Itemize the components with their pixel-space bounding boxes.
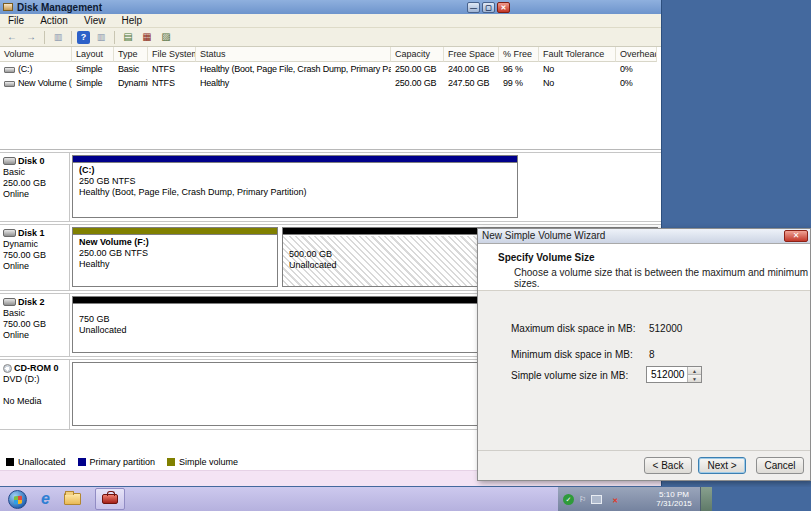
partition-color-bar	[73, 228, 277, 235]
back-icon[interactable]: ←	[4, 30, 20, 45]
disk-icon	[3, 229, 16, 237]
toolbar-separator	[114, 31, 115, 44]
disk-kind: Basic	[3, 308, 66, 319]
partition-size-fs: 250.00 GB NTFS	[79, 248, 271, 259]
disk-state: Online	[3, 261, 66, 272]
disk-state: No Media	[3, 396, 66, 407]
minimize-icon[interactable]: —	[467, 2, 480, 13]
network-icon[interactable]	[591, 495, 602, 504]
table-row[interactable]: (C:) Simple Basic NTFS Healthy (Boot, Pa…	[0, 62, 661, 76]
spinner-up-icon[interactable]: ▲	[688, 367, 701, 374]
disk-management-app-icon	[3, 3, 13, 11]
close-icon[interactable]: ✕	[497, 2, 510, 13]
volume-table-header: Volume Layout Type File System Status Ca…	[0, 47, 661, 62]
menu-action[interactable]: Action	[32, 15, 76, 26]
rescan-disks-icon[interactable]: ▨	[158, 30, 174, 45]
properties-icon[interactable]: ▥	[93, 30, 109, 45]
volume-icon	[4, 67, 15, 73]
windows-explorer-icon[interactable]	[64, 493, 81, 505]
window-title: Disk Management	[17, 2, 467, 13]
partition-label: (C:)	[79, 165, 95, 175]
disk-name: Disk 1	[18, 228, 45, 238]
cancel-button[interactable]: Cancel	[756, 457, 804, 474]
disk-1-label[interactable]: Disk 1 Dynamic 750.00 GB Online	[0, 225, 70, 290]
legend-color-swatch	[6, 458, 14, 466]
col-overhead[interactable]: Overhead	[616, 47, 657, 62]
disk-name: CD-ROM 0	[14, 363, 59, 373]
legend-simple-volume: Simple volume	[167, 457, 238, 467]
col-free-space[interactable]: Free Space	[444, 47, 499, 62]
cdrom-0-label[interactable]: CD-ROM 0 DVD (D:) No Media	[0, 360, 70, 429]
refresh-icon[interactable]: ▤	[120, 30, 136, 45]
server-manager-icon	[102, 494, 118, 504]
partition-c[interactable]: (C:) 250 GB NTFS Healthy (Boot, Page Fil…	[72, 155, 518, 218]
action-center-flag-icon[interactable]: ⚐	[577, 494, 588, 505]
maximize-icon[interactable]: ▢	[482, 2, 495, 13]
help-icon[interactable]: ?	[77, 31, 90, 44]
wizard-header: Specify Volume Size Choose a volume size…	[478, 244, 810, 291]
start-button[interactable]	[8, 490, 27, 509]
volume-muted-icon[interactable]: ✕	[605, 494, 616, 505]
volume-fault-tolerance: No	[539, 62, 616, 76]
status-ok-icon[interactable]: ✓	[563, 494, 574, 505]
col-capacity[interactable]: Capacity	[391, 47, 444, 62]
wizard-titlebar[interactable]: New Simple Volume Wizard ✕	[478, 229, 810, 244]
disk-size: 750.00 GB	[3, 250, 66, 261]
active-app-task-button[interactable]	[95, 488, 125, 510]
storage-icon[interactable]: ▦	[139, 30, 155, 45]
spinner-down-icon[interactable]: ▼	[688, 374, 701, 382]
col-status[interactable]: Status	[196, 47, 391, 62]
table-row[interactable]: New Volume (F:) Simple Dynamic NTFS Heal…	[0, 76, 661, 90]
partition-f[interactable]: New Volume (F:) 250.00 GB NTFS Healthy	[72, 227, 278, 287]
volume-layout: Simple	[72, 76, 114, 90]
volume-fault-tolerance: No	[539, 76, 616, 90]
menu-view[interactable]: View	[76, 15, 114, 26]
col-fault-tolerance[interactable]: Fault Tolerance	[539, 47, 616, 62]
disk-state: Online	[3, 330, 66, 341]
window-titlebar[interactable]: Disk Management — ▢ ✕	[0, 0, 661, 14]
volume-status: Healthy	[196, 76, 391, 90]
desktop: Disk Management — ▢ ✕ File Action View H…	[0, 0, 811, 511]
internet-explorer-icon[interactable]: e	[41, 490, 50, 508]
volume-fs: NTFS	[148, 76, 196, 90]
min-disk-space-label: Minimum disk space in MB:	[511, 349, 633, 360]
col-volume[interactable]: Volume	[0, 47, 72, 62]
toolbar-separator	[71, 31, 72, 44]
legend-color-swatch	[78, 458, 86, 466]
legend-color-swatch	[167, 458, 175, 466]
legend-label: Primary partition	[90, 457, 156, 467]
disk-state: Online	[3, 189, 66, 200]
col-pct-free[interactable]: % Free	[499, 47, 539, 62]
forward-icon[interactable]: →	[23, 30, 39, 45]
wizard-footer: < Back Next > Cancel	[478, 450, 810, 480]
disk-0-label[interactable]: Disk 0 Basic 250.00 GB Online	[0, 153, 70, 221]
legend-unallocated: Unallocated	[6, 457, 66, 467]
menu-file[interactable]: File	[0, 15, 32, 26]
menu-help[interactable]: Help	[113, 15, 150, 26]
console-tree-icon[interactable]: ▥	[50, 30, 66, 45]
disk-0-row: Disk 0 Basic 250.00 GB Online (C:) 250 G…	[0, 152, 661, 222]
col-type[interactable]: Type	[114, 47, 148, 62]
volume-size-input[interactable]	[647, 367, 687, 382]
show-desktop-button[interactable]	[700, 487, 712, 511]
volume-overhead: 0%	[616, 62, 657, 76]
volume-layout: Simple	[72, 62, 114, 76]
col-layout[interactable]: Layout	[72, 47, 114, 62]
wizard-close-icon[interactable]: ✕	[784, 230, 808, 242]
volume-type: Basic	[114, 62, 148, 76]
toolbar-separator	[44, 31, 45, 44]
col-file-system[interactable]: File System	[148, 47, 196, 62]
taskbar-clock[interactable]: 5:10 PM 7/31/2015	[648, 487, 700, 511]
disk-2-label[interactable]: Disk 2 Basic 750.00 GB Online	[0, 294, 70, 356]
partition-color-bar	[73, 156, 517, 163]
min-disk-space-value: 8	[649, 349, 655, 360]
partition-status: Healthy (Boot, Page File, Crash Dump, Pr…	[79, 187, 511, 198]
back-button[interactable]: < Back	[644, 457, 692, 474]
taskbar-left: e	[0, 487, 558, 511]
wizard-body: Maximum disk space in MB: 512000 Minimum…	[478, 291, 810, 450]
legend-primary-partition: Primary partition	[78, 457, 156, 467]
disk-kind: DVD (D:)	[3, 374, 66, 385]
next-button[interactable]: Next >	[698, 457, 746, 474]
legend-label: Simple volume	[179, 457, 238, 467]
volume-free-space: 240.00 GB	[444, 62, 499, 76]
